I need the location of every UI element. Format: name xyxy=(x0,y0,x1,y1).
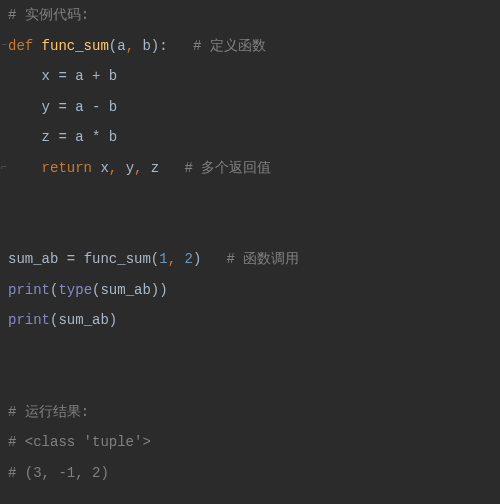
var-b: b xyxy=(109,129,117,145)
builtin-print: print xyxy=(8,282,50,298)
var-b: b xyxy=(109,68,117,84)
comment-text: # 实例代码: xyxy=(8,7,89,23)
comment-text: # 多个返回值 xyxy=(184,160,271,176)
minus-op: - xyxy=(92,99,109,115)
code-line-1[interactable]: # 实例代码: xyxy=(8,0,500,31)
equals: = xyxy=(58,99,75,115)
comma: , xyxy=(109,160,126,176)
star-op: * xyxy=(92,129,109,145)
code-line-blank[interactable] xyxy=(8,336,500,367)
function-name: func_sum xyxy=(42,38,109,54)
var-b: b xyxy=(109,99,117,115)
number-1: 1 xyxy=(159,251,167,267)
code-line-16[interactable]: # (3, -1, 2) xyxy=(8,458,500,489)
code-line-2[interactable]: −def func_sum(a, b): # 定义函数 xyxy=(8,31,500,62)
comment-text: # 运行结果: xyxy=(8,404,89,420)
comma: , xyxy=(134,160,151,176)
var-z: z xyxy=(151,160,159,176)
indent xyxy=(8,99,42,115)
code-line-blank[interactable] xyxy=(8,366,500,397)
code-line-11[interactable]: print(sum_ab) xyxy=(8,305,500,336)
comment-text: # (3, -1, 2) xyxy=(8,465,109,481)
number-2: 2 xyxy=(184,251,192,267)
var-z: z xyxy=(42,129,59,145)
builtin-type: type xyxy=(58,282,92,298)
indent xyxy=(8,160,42,176)
paren-close: ): xyxy=(151,38,193,54)
param-b: b xyxy=(142,38,150,54)
fold-gutter[interactable]: ⌐ xyxy=(0,153,8,184)
keyword-def: def xyxy=(8,38,42,54)
code-line-blank[interactable] xyxy=(8,183,500,214)
paren-close: ) xyxy=(159,282,167,298)
paren-close: ) xyxy=(109,312,117,328)
code-line-9[interactable]: sum_ab = func_sum(1, 2) # 函数调用 xyxy=(8,244,500,275)
code-line-blank[interactable] xyxy=(8,214,500,245)
code-line-15[interactable]: # <class 'tuple'> xyxy=(8,427,500,458)
var-x: x xyxy=(100,160,108,176)
var-sumab: sum_ab xyxy=(58,312,108,328)
paren-open: ( xyxy=(109,38,117,54)
fold-minus-icon: − xyxy=(1,41,7,51)
code-line-3[interactable]: x = a + b xyxy=(8,61,500,92)
equals: = xyxy=(67,251,84,267)
comma: , xyxy=(168,251,185,267)
paren-close: ) xyxy=(193,251,227,267)
var-x: x xyxy=(42,68,59,84)
var-y: y xyxy=(42,99,59,115)
comment-text: # 函数调用 xyxy=(226,251,299,267)
equals: = xyxy=(58,129,75,145)
builtin-print: print xyxy=(8,312,50,328)
comma: , xyxy=(126,38,143,54)
call-funcsum: func_sum xyxy=(84,251,151,267)
keyword-return: return xyxy=(42,160,101,176)
paren-open: ( xyxy=(151,251,159,267)
var-a: a xyxy=(75,129,92,145)
spacing xyxy=(159,160,184,176)
param-a: a xyxy=(117,38,125,54)
fold-gutter[interactable]: − xyxy=(0,31,8,62)
var-sumab: sum_ab xyxy=(100,282,150,298)
var-a: a xyxy=(75,99,92,115)
indent xyxy=(8,68,42,84)
comment-text: # 定义函数 xyxy=(193,38,266,54)
indent xyxy=(8,129,42,145)
var-y: y xyxy=(126,160,134,176)
var-a: a xyxy=(75,68,92,84)
code-line-14[interactable]: # 运行结果: xyxy=(8,397,500,428)
code-line-10[interactable]: print(type(sum_ab)) xyxy=(8,275,500,306)
plus-op: + xyxy=(92,68,109,84)
paren-close: ) xyxy=(151,282,159,298)
code-line-4[interactable]: y = a - b xyxy=(8,92,500,123)
equals: = xyxy=(58,68,75,84)
var-sumab: sum_ab xyxy=(8,251,67,267)
fold-end-icon: ⌐ xyxy=(1,163,7,173)
comment-text: # <class 'tuple'> xyxy=(8,434,151,450)
code-line-5[interactable]: z = a * b xyxy=(8,122,500,153)
code-line-6[interactable]: ⌐ return x, y, z # 多个返回值 xyxy=(8,153,500,184)
